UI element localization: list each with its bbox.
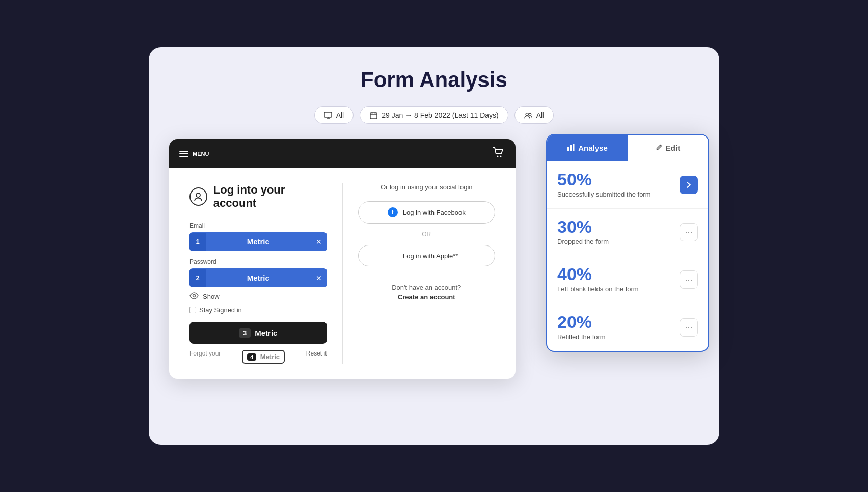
main-content: MENU [169,139,699,379]
metric-left-2: 40% Left blank fields on the form [557,265,680,294]
metric-left-1: 30% Dropped the form [557,218,680,247]
apple-icon:  [395,251,398,260]
reset-label[interactable]: Reset it [306,350,327,364]
password-badge: 2 [189,269,206,287]
analysis-panel: Analyse Edit 50% Successfully submitted … [546,134,709,352]
social-title: Or log in using your social login [381,183,473,191]
form-header: Log into your account [189,183,327,210]
svg-point-10 [500,156,502,157]
password-clear-button[interactable]: ✕ [311,269,327,287]
svg-point-11 [196,193,200,197]
email-field[interactable]: 1 Metric ✕ [189,232,327,251]
metric-action-1[interactable]: ··· [680,223,698,241]
metric-desc-0: Successfully submitted the form [557,190,680,199]
password-metric-value: Metric [206,268,311,287]
login-badge: 3 [239,328,251,338]
forgot-metric: 4 Metric [242,350,285,364]
cart-icon[interactable] [492,146,505,161]
form-heading: Log into your account [213,183,327,210]
device-filter[interactable]: All [314,106,354,124]
svg-rect-14 [570,145,572,151]
metric-action-0[interactable] [680,176,698,194]
users-filter[interactable]: All [514,106,554,124]
forgot-row: Forgot your 4 Metric Reset it [189,350,327,364]
metric-desc-2: Left blank fields on the form [557,285,680,294]
password-label: Password [189,258,327,265]
password-field[interactable]: 2 Metric ✕ [189,268,327,287]
filter-bar: All 29 Jan → 8 Feb 2022 (Last 11 Days) [169,106,699,124]
svg-rect-15 [573,144,575,151]
panel-tabs: Analyse Edit [547,135,708,161]
svg-point-8 [529,113,531,115]
tab-analyse[interactable]: Analyse [547,135,628,161]
metric-action-3[interactable]: ··· [680,318,698,337]
browser-topbar: MENU [169,139,516,168]
hamburger-icon [179,151,188,157]
users-filter-label: All [536,111,545,119]
eye-icon [189,292,199,301]
email-badge: 1 [189,233,206,251]
form-preview: MENU [169,139,516,379]
calendar-icon [369,111,377,119]
svg-rect-0 [324,112,332,117]
date-filter-label: 29 Jan → 8 Feb 2022 (Last 11 Days) [382,111,499,119]
forgot-metric-value: Metric [260,353,280,361]
date-filter[interactable]: 29 Jan → 8 Feb 2022 (Last 11 Days) [360,106,508,124]
facebook-btn-label: Log in with Facebook [403,209,466,216]
create-account-link[interactable]: Create an account [392,293,461,301]
email-label: Email [189,222,327,229]
stay-signed-row: Stay Signed in [189,306,327,314]
bar-chart-icon [567,143,575,153]
pencil-icon [656,144,663,152]
forgot-text: Forgot your [189,350,221,364]
no-account-text: Don't have an account? [392,284,461,291]
svg-rect-3 [370,113,377,119]
users-icon [524,111,532,119]
or-divider: OR [358,231,496,238]
metric-action-2[interactable]: ··· [680,270,698,289]
metric-row-2: 40% Left blank fields on the form ··· [547,256,708,304]
analyse-tab-label: Analyse [578,144,608,152]
metric-desc-3: Refilled the form [557,333,680,342]
forgot-badge: 4 [247,353,256,361]
metric-row-0: 50% Successfully submitted the form [547,161,708,209]
outer-container: Form Analysis All 29 Jan → [149,47,719,445]
tab-edit[interactable]: Edit [628,135,708,161]
stay-signed-label: Stay Signed in [199,306,242,314]
metric-percent-0: 50% [557,171,680,188]
email-clear-button[interactable]: ✕ [311,233,327,251]
monitor-icon [324,111,332,119]
apple-login-button[interactable]:  Log in with Apple** [358,245,496,266]
metric-left-3: 20% Refilled the form [557,313,680,342]
metric-row-1: 30% Dropped the form ··· [547,209,708,256]
show-label: Show [203,293,220,300]
browser-menu: MENU [179,151,209,157]
show-row: Show [189,292,327,301]
device-filter-label: All [336,111,344,119]
metric-left-0: 50% Successfully submitted the form [557,171,680,199]
page-title: Form Analysis [169,68,699,92]
login-metric-label: Metric [255,329,277,337]
form-body: Log into your account Email 1 Metric ✕ P… [169,168,516,379]
email-metric-value: Metric [206,232,311,251]
facebook-login-button[interactable]: f Log in with Facebook [358,201,496,224]
svg-rect-13 [567,147,569,151]
form-right: Or log in using your social login f Log … [343,183,496,364]
metric-desc-1: Dropped the form [557,237,680,247]
apple-btn-label: Log in with Apple** [403,252,458,260]
svg-point-12 [193,295,196,297]
menu-label: MENU [193,151,209,157]
login-button[interactable]: 3 Metric [189,322,327,344]
or-label: OR [422,231,431,238]
edit-tab-label: Edit [666,144,680,152]
account-section: Don't have an account? Create an account [392,284,461,301]
metric-percent-2: 40% [557,265,680,283]
facebook-icon: f [388,207,398,217]
svg-point-9 [497,156,499,157]
metric-percent-1: 30% [557,218,680,235]
svg-point-7 [526,113,528,115]
metric-percent-3: 20% [557,313,680,331]
stay-signed-checkbox[interactable] [189,307,196,313]
metric-row-3: 20% Refilled the form ··· [547,304,708,351]
form-left: Log into your account Email 1 Metric ✕ P… [189,183,343,364]
